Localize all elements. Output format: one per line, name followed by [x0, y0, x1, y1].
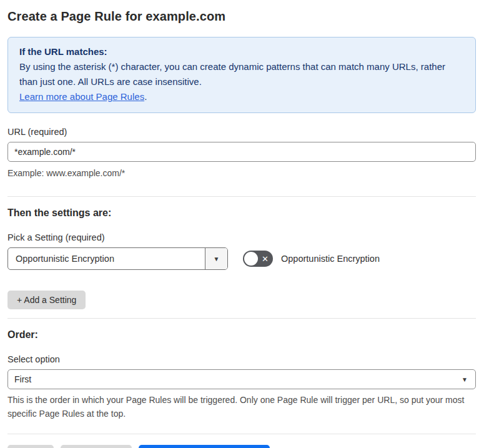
divider: [7, 318, 476, 319]
divider: [7, 196, 476, 197]
cancel-button[interactable]: Cancel: [7, 445, 54, 448]
page-title: Create a Page Rule for example.com: [7, 8, 476, 24]
setting-dropdown[interactable]: Opportunistic Encryption ▼: [7, 247, 228, 270]
info-box-heading: If the URL matches:: [19, 44, 464, 59]
url-example-helper: Example: www.example.com/*: [7, 166, 476, 180]
order-select-label: Select option: [7, 354, 476, 364]
url-field-label: URL (required): [7, 127, 476, 137]
footer-buttons: Cancel Save as Draft Save and Deploy Pag…: [7, 445, 476, 448]
info-box-body: By using the asterisk (*) character, you…: [19, 59, 464, 89]
chevron-down-icon: ▼: [214, 256, 220, 262]
setting-row: Opportunistic Encryption ▼ ✕ Opportunist…: [7, 247, 476, 270]
info-box-link-line: Learn more about Page Rules.: [19, 89, 464, 104]
pick-setting-label: Pick a Setting (required): [7, 232, 476, 242]
add-setting-button[interactable]: + Add a Setting: [7, 291, 86, 309]
order-helper-text: This is the order in which your Page Rul…: [7, 393, 476, 421]
setting-dropdown-value: Opportunistic Encryption: [8, 248, 205, 269]
order-select[interactable]: First ▼: [7, 369, 476, 389]
toggle-knob: [244, 252, 258, 266]
opportunistic-encryption-toggle[interactable]: ✕: [243, 251, 273, 267]
link-suffix: .: [144, 91, 147, 102]
url-input[interactable]: [7, 142, 476, 162]
setting-dropdown-button[interactable]: ▼: [205, 248, 227, 269]
create-page-rule-panel: Create a Page Rule for example.com If th…: [0, 0, 484, 448]
toggle-label: Opportunistic Encryption: [281, 254, 380, 264]
order-section-heading: Order:: [7, 329, 476, 341]
settings-section-heading: Then the settings are:: [7, 207, 476, 219]
save-deploy-button[interactable]: Save and Deploy Page Rule: [139, 445, 270, 448]
save-draft-button[interactable]: Save as Draft: [61, 445, 132, 448]
url-matches-info-box: If the URL matches: By using the asteris…: [7, 37, 476, 113]
toggle-off-x-icon: ✕: [262, 251, 269, 267]
chevron-down-icon: ▼: [462, 376, 468, 383]
learn-more-link[interactable]: Learn more about Page Rules: [19, 91, 144, 102]
order-select-value: First: [14, 374, 31, 384]
divider: [7, 434, 476, 434]
